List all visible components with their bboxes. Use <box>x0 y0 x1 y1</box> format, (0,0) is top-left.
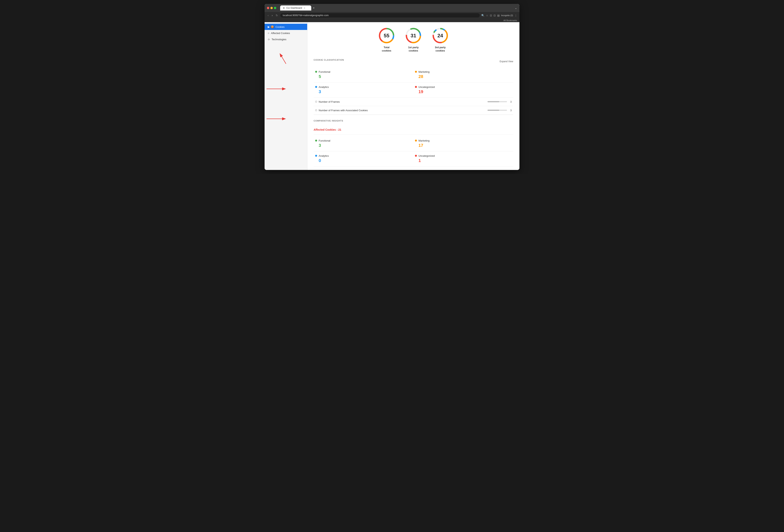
frames-count: 3 <box>508 100 512 103</box>
functional-count: 5 <box>315 74 412 79</box>
analytics-label: Analytics <box>319 86 329 88</box>
classification-header: COOKIE CLASSIFICATION Expand View <box>314 59 513 64</box>
minimize-traffic-light[interactable] <box>271 7 273 9</box>
tab-icon: ⚙ <box>283 7 285 9</box>
class-marketing: Marketing 28 <box>413 67 513 83</box>
total-value: 55 <box>384 33 390 39</box>
stat-first-party: 31 1st party cookies <box>404 27 422 53</box>
comp-uncategorized-count: 1 <box>415 158 512 163</box>
frames-bar-fill <box>487 101 499 102</box>
comp-functional-label: Functional <box>319 139 330 142</box>
stat-third-party: 24 3rd party cookies <box>431 27 449 53</box>
comp-uncategorized-dot <box>415 155 417 157</box>
uncategorized-count: 19 <box>415 89 512 94</box>
frame-row-num-frames: Number of Frames 3 <box>314 98 513 106</box>
comp-analytics-dot <box>315 155 317 157</box>
marketing-dot <box>415 71 417 73</box>
total-label: Total cookies <box>382 46 391 53</box>
analytics-dot <box>315 86 317 88</box>
comp-analytics-label: Analytics <box>319 154 329 157</box>
comp-uncategorized: Uncategorized 1 <box>413 151 513 167</box>
split-view-icon: ▤ <box>497 14 500 17</box>
affected-cookies-label: Affected Cookies : 21 <box>314 128 513 131</box>
classification-title: COOKIE CLASSIFICATION <box>314 59 344 61</box>
donut-first-party: 31 <box>404 27 422 45</box>
comp-functional-dot <box>315 140 317 142</box>
sidebar-item-cookies-label: Cookies <box>276 26 285 28</box>
extensions-icon: ⊡ <box>490 14 492 17</box>
comp-marketing-label: Marketing <box>418 139 429 142</box>
tab-title: CLI Dashboard <box>286 7 302 9</box>
uncategorized-label: Uncategorized <box>418 86 435 88</box>
active-tab[interactable]: ⚙ CLI Dashboard ✕ <box>280 5 311 10</box>
third-party-value: 24 <box>438 33 443 39</box>
class-functional: Functional 5 <box>314 67 413 83</box>
third-party-label: 3rd party cookies <box>435 46 446 53</box>
frames-bar <box>487 101 507 102</box>
sidebar-item-affected-cookies[interactable]: ○ Affected Cookies <box>264 30 307 36</box>
stats-row: 55 Total cookies <box>314 27 513 53</box>
traffic-lights <box>267 7 276 9</box>
app-layout: ▶ 🍪 Cookies ○ Affected Cookies ⊹ Technol… <box>264 22 520 170</box>
comparative-section: COMPARATIVE INSIGHTS Affected Cookies : … <box>314 120 513 167</box>
stat-total-cookies: 55 Total cookies <box>378 27 395 53</box>
marketing-count: 28 <box>415 74 512 79</box>
new-tab-button[interactable]: + <box>311 5 316 10</box>
comp-functional-count: 3 <box>315 143 412 148</box>
arrow-up-annotation <box>276 50 292 66</box>
bookmarks-label: All Bookmarks <box>503 19 517 22</box>
comp-marketing-dot <box>415 140 417 142</box>
comp-analytics: Analytics 0 <box>314 151 413 167</box>
refresh-button[interactable]: ↻ <box>275 13 279 17</box>
comparative-title: COMPARATIVE INSIGHTS <box>314 120 343 122</box>
comp-marketing-count: 17 <box>415 143 512 148</box>
sidebar-item-tech-label: Technologies <box>272 38 286 41</box>
window-controls: ⌄ <box>515 6 517 9</box>
back-button[interactable]: ‹ <box>267 13 270 17</box>
address-bar[interactable]: localhost:9000/?dir=nationalgeographic-c… <box>280 13 480 18</box>
forward-button[interactable]: › <box>271 13 274 17</box>
uncategorized-dot <box>415 86 417 88</box>
sidebar-item-cookies[interactable]: ▶ 🍪 Cookies <box>264 24 307 30</box>
sidebar-item-technologies[interactable]: ⊹ Technologies <box>264 36 307 42</box>
first-party-value: 31 <box>411 33 416 39</box>
incognito-label: Incognito (2) <box>501 14 513 17</box>
comp-functional: Functional 3 <box>314 136 413 151</box>
frames-cookies-bar-container: 3 <box>487 109 512 112</box>
url-text: localhost:9000/?dir=nationalgeographic-c… <box>283 14 329 17</box>
maximize-traffic-light[interactable] <box>274 7 276 9</box>
frames-cookies-label: Number of Frames with Associated Cookies <box>319 109 486 112</box>
frames-bar-container: 3 <box>487 100 512 103</box>
frames-cookies-bar <box>487 110 507 111</box>
frames-cookies-dot <box>315 109 317 111</box>
browser-window: ⚙ CLI Dashboard ✕ + ⌄ ‹ › ↻ localhost:90… <box>264 4 520 170</box>
tab-close-button[interactable]: ✕ <box>304 7 305 9</box>
bookmark-icon[interactable]: ☆ <box>486 14 488 17</box>
bookmarks-bar: All Bookmarks <box>264 19 520 22</box>
arrow-right-annotation-1 <box>264 86 288 92</box>
functional-dot <box>315 71 317 73</box>
classification-section: COOKIE CLASSIFICATION Expand View Functi… <box>314 59 513 115</box>
sidebar-item-affected-label: Affected Cookies <box>271 32 290 35</box>
comp-marketing: Marketing 17 <box>413 136 513 151</box>
classification-grid: Functional 5 Marketing 28 <box>314 67 513 98</box>
class-uncategorized: Uncategorized 19 <box>413 83 513 98</box>
svg-line-0 <box>280 54 286 64</box>
expand-view-button[interactable]: Expand View <box>500 60 513 63</box>
frames-label: Number of Frames <box>319 100 486 103</box>
frames-dot <box>315 101 317 103</box>
tab-bar: ⚙ CLI Dashboard ✕ + <box>280 5 513 10</box>
marketing-label: Marketing <box>418 70 429 73</box>
affected-cookies-icon: ○ <box>268 31 269 35</box>
class-analytics: Analytics 3 <box>314 83 413 98</box>
donut-third-party: 24 <box>431 27 449 45</box>
arrow-right-annotation-2 <box>264 116 288 122</box>
browser-toolbar: ‹ › ↻ localhost:9000/?dir=nationalgeogra… <box>264 12 520 19</box>
frames-cookies-bar-fill <box>487 110 499 111</box>
cast-icon: ⊡ <box>494 14 496 17</box>
close-traffic-light[interactable] <box>267 7 269 9</box>
comp-uncategorized-label: Uncategorized <box>418 154 435 157</box>
donut-total: 55 <box>378 27 395 45</box>
menu-icon[interactable]: ⋮ <box>514 14 517 17</box>
sidebar: ▶ 🍪 Cookies ○ Affected Cookies ⊹ Technol… <box>264 22 307 170</box>
